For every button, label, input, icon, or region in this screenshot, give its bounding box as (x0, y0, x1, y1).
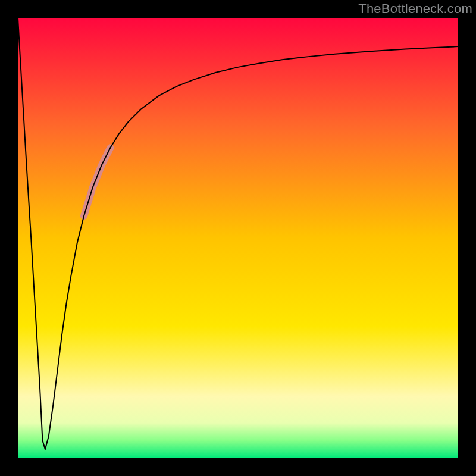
watermark-text: TheBottleneck.com (358, 1, 472, 17)
plot-background (18, 18, 458, 458)
bottleneck-chart (0, 0, 476, 476)
chart-stage: TheBottleneck.com (0, 0, 476, 476)
